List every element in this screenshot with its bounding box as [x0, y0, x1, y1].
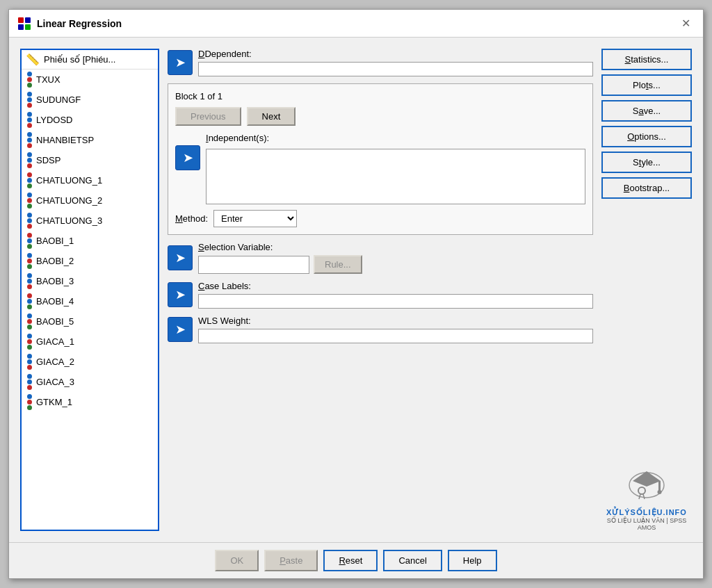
brand-logo: XỬLÝSỐLIỆU.INFO SỐ LIỆU LUẬN VĂN | SPSS … [601, 450, 692, 531]
save-button[interactable]: Save... [601, 100, 692, 122]
list-header: 📏 Phiếu số [Phiéu... [22, 50, 158, 70]
list-item[interactable]: SUDUNGF [22, 90, 158, 110]
list-item-label: NHANBIETSP [36, 135, 94, 145]
save-underline: a [638, 106, 643, 116]
independents-label: Independent(s): [206, 133, 585, 143]
previous-button[interactable]: Previous [175, 107, 241, 126]
independents-arrow-button[interactable]: ➤ [175, 145, 200, 170]
variable-list-panel: 📏 Phiếu số [Phiéu... TXUXSUDUNGFLYDOSDNH… [20, 49, 159, 531]
independents-input[interactable] [206, 149, 585, 204]
case-labels-arrow-button[interactable]: ➤ [168, 282, 193, 307]
case-labels-underline: C [198, 281, 204, 291]
app-icon [17, 17, 31, 31]
list-item-label: CHATLUONG_1 [36, 175, 102, 186]
options-button[interactable]: Options... [601, 126, 692, 147]
arrow-right-icon-2: ➤ [183, 150, 193, 165]
reset-button[interactable]: Reset [323, 550, 378, 571]
rule-button[interactable]: Rule... [314, 255, 362, 274]
list-item-label: BAOBI_3 [36, 276, 74, 286]
arrow-right-icon-4: ➤ [175, 287, 186, 302]
case-labels-input[interactable] [198, 294, 593, 309]
title-bar-left: Linear Regression [17, 17, 122, 31]
block-panel: Block 1 of 1 Previous Next ➤ Independent… [168, 83, 593, 235]
list-item[interactable]: BAOBI_2 [22, 251, 158, 271]
method-select[interactable]: Enter Stepwise Remove Backward Forward [213, 210, 297, 227]
list-item-label: GIACA_3 [36, 377, 74, 387]
right-panel: Statistics... Plots... Save... Options..… [601, 49, 692, 531]
svg-point-8 [638, 487, 645, 494]
next-button[interactable]: Next [247, 107, 296, 126]
dependent-row: ➤ DDependent: [168, 49, 593, 76]
method-row: Method: Enter Stepwise Remove Backward F… [175, 210, 585, 227]
svg-rect-6 [658, 481, 661, 491]
plots-button[interactable]: Plots... [601, 74, 692, 96]
case-labels-label: Case Labels: [198, 281, 593, 291]
brand-icon [622, 464, 671, 506]
list-item-label: CHATLUONG_2 [36, 195, 102, 206]
arrow-right-icon-3: ➤ [175, 250, 186, 266]
dialog-body: 📏 Phiếu số [Phiéu... TXUXSUDUNGFLYDOSDNH… [9, 38, 703, 542]
statistics-underline: S [625, 54, 631, 65]
list-item[interactable]: GTKM_1 [22, 392, 158, 412]
selection-var-input[interactable] [198, 256, 309, 274]
linear-regression-dialog: Linear Regression ✕ 📏 Phiếu số [Phiéu...… [8, 9, 704, 579]
list-item-label: BAOBI_1 [36, 236, 74, 246]
svg-rect-0 [18, 17, 24, 23]
cancel-button[interactable]: Cancel [383, 550, 442, 571]
svg-line-10 [643, 494, 645, 499]
wls-label: WLS Weight: [198, 316, 593, 326]
bootstrap-button[interactable]: Bootstrap... [601, 177, 692, 199]
dependent-arrow-button[interactable]: ➤ [168, 50, 193, 75]
list-item[interactable]: GIACA_2 [22, 352, 158, 372]
ok-button[interactable]: OK [215, 550, 259, 571]
arrow-right-icon-5: ➤ [175, 322, 186, 337]
list-item[interactable]: BAOBI_5 [22, 311, 158, 332]
svg-rect-1 [25, 17, 31, 23]
list-item-label: LYDOSD [36, 115, 73, 125]
title-bar: Linear Regression ✕ [9, 10, 703, 38]
list-item[interactable]: SDSP [22, 150, 158, 170]
variable-list-scroll[interactable]: TXUXSUDUNGFLYDOSDNHANBIETSPSDSPCHATLUONG… [22, 70, 158, 530]
wls-arrow-button[interactable]: ➤ [168, 317, 193, 342]
list-header-text: Phiếu số [Phiéu... [44, 54, 115, 65]
dependent-input[interactable] [198, 62, 593, 76]
wls-row: ➤ WLS Weight: [168, 316, 593, 343]
case-labels-row: ➤ Case Labels: [168, 281, 593, 309]
style-button[interactable]: Style... [601, 152, 692, 173]
list-item-label: TXUX [36, 74, 60, 85]
ruler-icon: 📏 [26, 53, 40, 66]
selection-var-arrow-button[interactable]: ➤ [168, 245, 193, 270]
paste-button[interactable]: Paste [264, 550, 318, 571]
list-item[interactable]: BAOBI_1 [22, 231, 158, 251]
list-item[interactable]: CHATLUONG_1 [22, 170, 158, 190]
list-item-label: CHATLUONG_3 [36, 215, 102, 226]
statistics-button[interactable]: Statistics... [601, 49, 692, 70]
svg-marker-5 [633, 471, 661, 487]
brand-name: XỬLÝSỐLIỆU.INFO [601, 508, 692, 517]
list-item[interactable]: BAOBI_3 [22, 271, 158, 291]
list-item-label: GIACA_1 [36, 336, 74, 347]
list-item[interactable]: GIACA_1 [22, 332, 158, 352]
list-item[interactable]: CHATLUONG_2 [22, 190, 158, 211]
window-title: Linear Regression [37, 18, 122, 29]
close-button[interactable]: ✕ [677, 15, 695, 31]
list-item[interactable]: NHANBIETSP [22, 130, 158, 150]
bottom-bar: OK Paste Reset Cancel Help [9, 542, 703, 578]
block-nav: Previous Next [175, 107, 585, 126]
help-button[interactable]: Help [448, 550, 497, 571]
list-item-label: SDSP [36, 155, 60, 165]
selection-var-row: ➤ Selection Variable: Rule... [168, 242, 593, 274]
wls-input[interactable] [198, 329, 593, 343]
list-item-label: GTKM_1 [36, 397, 72, 407]
dependent-label: DDependent: [198, 49, 593, 59]
list-item-label: BAOBI_2 [36, 256, 74, 266]
selection-var-underline: S [198, 242, 204, 252]
method-label: Method: [175, 213, 208, 224]
list-item-label: BAOBI_5 [36, 316, 74, 327]
list-item[interactable]: GIACA_3 [22, 372, 158, 392]
list-item[interactable]: CHATLUONG_3 [22, 211, 158, 231]
list-item[interactable]: LYDOSD [22, 110, 158, 130]
list-item[interactable]: TXUX [22, 70, 158, 90]
list-item[interactable]: BAOBI_4 [22, 291, 158, 311]
options-underline: O [627, 131, 634, 142]
